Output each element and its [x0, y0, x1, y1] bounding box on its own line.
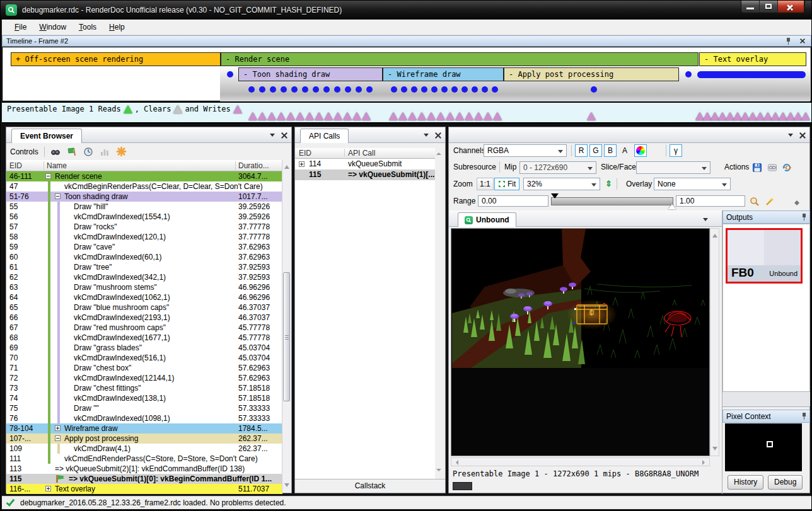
- timeline-bar[interactable]: - Text overlay: [699, 52, 806, 66]
- expander-icon[interactable]: [299, 161, 304, 167]
- close-panel-icon[interactable]: [799, 132, 806, 139]
- pin-icon[interactable]: [786, 38, 791, 45]
- panel-menu-icon[interactable]: [788, 134, 793, 139]
- event-row[interactable]: 71Draw "chest box"57.62963: [6, 363, 282, 373]
- maximize-button[interactable]: [760, 1, 778, 13]
- expander-icon[interactable]: [45, 173, 51, 179]
- scroll-down-icon[interactable]: [712, 447, 717, 453]
- timeline-bar[interactable]: - Apply post processing: [504, 67, 679, 81]
- event-row[interactable]: 74vkCmdDrawIndexed(138,1)57.18518: [6, 393, 282, 403]
- save-texture-icon[interactable]: [751, 162, 762, 173]
- event-row[interactable]: 72vkCmdDrawIndexed(12144,1)57.62963: [6, 373, 282, 383]
- scroll-up-icon[interactable]: [284, 163, 289, 169]
- close-panel-icon[interactable]: [281, 132, 287, 139]
- range-max-input[interactable]: 1.00: [676, 195, 745, 207]
- jump-to-eid-icon[interactable]: [67, 146, 78, 157]
- red-channel-button[interactable]: R: [575, 144, 588, 157]
- pin-icon[interactable]: [802, 214, 806, 221]
- event-row[interactable]: 109vkCmdDraw(4,1)262.37...: [6, 444, 282, 454]
- debug-button[interactable]: Debug: [768, 475, 803, 490]
- close-button[interactable]: [778, 1, 804, 13]
- close-panel-icon[interactable]: [435, 132, 441, 139]
- zoom-level-select[interactable]: 32%: [523, 178, 600, 190]
- range-slider[interactable]: [551, 197, 673, 205]
- flip-y-icon[interactable]: ⇕: [605, 179, 612, 188]
- zoom-fit-button[interactable]: Fit: [494, 178, 519, 190]
- range-white-point-handle[interactable]: [668, 204, 676, 209]
- tab-unbound-texture[interactable]: Unbound: [458, 212, 516, 227]
- overlay-select[interactable]: None: [654, 178, 731, 190]
- event-row[interactable]: 68vkCmdDrawIndexed(1677,1)45.77778: [6, 333, 282, 343]
- event-row[interactable]: 46-111Render scene3064.7...: [6, 171, 282, 181]
- event-row[interactable]: 59Draw "cave"37.62963: [6, 242, 282, 252]
- goto-resource-icon[interactable]: [781, 162, 792, 173]
- scroll-up-icon[interactable]: [712, 231, 717, 238]
- event-row[interactable]: 107-...Apply post processing262.37...: [6, 433, 282, 444]
- event-row[interactable]: 58vkCmdDrawIndexed(120,1)37.77778: [6, 232, 282, 242]
- close-panel-icon[interactable]: [800, 38, 805, 43]
- event-row[interactable]: 111vkCmdEndRenderPass(C=Store, D=Store, …: [6, 454, 282, 464]
- range-collapse-icon[interactable]: [794, 203, 799, 208]
- panel-menu-icon[interactable]: [270, 134, 275, 139]
- zoom-1to1-button[interactable]: 1:1: [477, 178, 494, 190]
- range-min-input[interactable]: 0.00: [478, 195, 548, 207]
- event-row[interactable]: 76vkCmdDrawIndexed(1098,1)57.33333: [6, 413, 282, 423]
- event-row[interactable]: 116-...Text overlay511.7037: [6, 484, 282, 494]
- event-row[interactable]: 73Draw "chest fittings"57.18518: [6, 383, 282, 393]
- minimize-button[interactable]: [741, 1, 760, 13]
- event-row[interactable]: 57Draw "rocks"37.77778: [6, 222, 282, 232]
- event-list-scrollbar[interactable]: [282, 160, 291, 492]
- timeline-bar[interactable]: - Render scene: [221, 52, 699, 66]
- viewport-vertical-scrollbar[interactable]: [710, 228, 719, 456]
- event-row[interactable]: 67Draw "red mushroom caps"45.77778: [6, 323, 282, 333]
- expander-icon[interactable]: [55, 425, 61, 431]
- timeline-bar[interactable]: + Off-screen scene rendering: [11, 52, 221, 66]
- pin-icon[interactable]: [802, 413, 806, 420]
- event-row[interactable]: 55Draw "hill"39.25926: [6, 202, 282, 212]
- texture-display[interactable]: [451, 228, 710, 456]
- timeline-bar[interactable]: - Toon shading draw: [238, 67, 383, 81]
- alpha-channel-button[interactable]: A: [618, 144, 631, 157]
- api-call-row[interactable]: 115=> vkQueueSubmit(1)[...: [295, 169, 435, 180]
- fb0-thumbnail[interactable]: FB0 Unbound: [726, 228, 803, 284]
- timeline-panel-header[interactable]: Timeline - Frame #2: [2, 35, 811, 47]
- scroll-right-icon[interactable]: [702, 460, 707, 465]
- event-row[interactable]: 63Draw "mushroom stems"46.96296: [6, 282, 282, 292]
- event-row[interactable]: 56vkCmdDrawIndexed(1554,1)39.25926: [6, 212, 282, 222]
- event-row[interactable]: 60vkCmdDrawIndexed(60,1)37.62963: [6, 252, 282, 262]
- event-row[interactable]: 115=> vkQueueSubmit(1)[0]: vkBeginComman…: [6, 474, 282, 484]
- blue-channel-button[interactable]: B: [604, 144, 617, 157]
- callstack-section[interactable]: Callstack: [295, 479, 445, 493]
- menu-item-tools[interactable]: Tools: [72, 20, 103, 34]
- viewport-horizontal-scrollbar[interactable]: [451, 457, 710, 466]
- open-texture-list-icon[interactable]: [767, 162, 777, 173]
- scroll-down-icon[interactable]: [284, 483, 289, 490]
- tab-event-browser[interactable]: Event Browser: [11, 129, 82, 143]
- range-expand-icon[interactable]: [794, 198, 799, 203]
- find-event-icon[interactable]: [50, 146, 61, 157]
- range-black-point-handle[interactable]: [551, 193, 559, 198]
- event-row[interactable]: 47vkCmdBeginRenderPass(C=Clear, D=Clear,…: [6, 181, 282, 192]
- gamma-button[interactable]: γ: [670, 144, 682, 157]
- autofit-range-icon[interactable]: [764, 196, 775, 207]
- event-row[interactable]: 78-104Wireframe draw1784.5...: [6, 423, 282, 433]
- zoom-range-icon[interactable]: [749, 196, 760, 207]
- menu-item-file[interactable]: File: [8, 20, 33, 34]
- event-row[interactable]: 64vkCmdDrawIndexed(1062,1)46.96296: [6, 292, 282, 302]
- scroll-down-icon[interactable]: [436, 469, 441, 474]
- expander-icon[interactable]: [55, 193, 61, 199]
- bookmark-icon[interactable]: [116, 146, 127, 157]
- alpha-checker-button[interactable]: [649, 144, 662, 157]
- event-row[interactable]: 62vkCmdDrawIndexed(342,1)37.92593: [6, 272, 282, 282]
- panel-menu-icon[interactable]: [424, 134, 429, 139]
- mip-select[interactable]: 0 - 1272x690: [519, 161, 596, 174]
- scroll-left-icon[interactable]: [453, 460, 458, 465]
- api-call-row[interactable]: 114vkQueueSubmit: [295, 159, 435, 169]
- pixel-context-view[interactable]: [725, 423, 802, 471]
- event-row[interactable]: 51-76Toon shading draw1017.7...: [6, 192, 282, 202]
- color-wheel-button[interactable]: [634, 144, 647, 157]
- slice-face-select[interactable]: [636, 161, 710, 174]
- time-durations-icon[interactable]: [83, 146, 94, 157]
- texture-list-dropdown-icon[interactable]: [703, 218, 708, 224]
- event-row[interactable]: 69Draw "grass blades"45.03704: [6, 343, 282, 353]
